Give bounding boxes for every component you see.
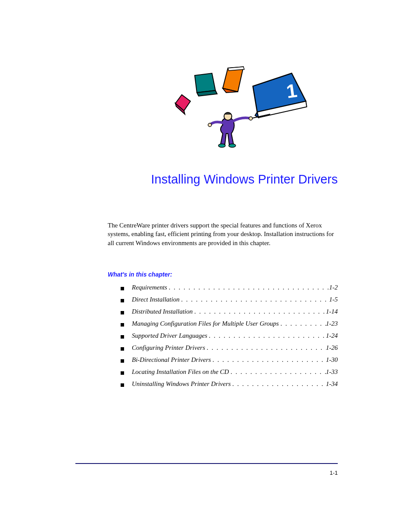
toc-item[interactable]: Direct Installation . . . . . . . . . . … xyxy=(121,296,338,303)
bullet-icon xyxy=(121,359,124,363)
bullet-icon xyxy=(121,371,124,375)
toc-page: 1-2 xyxy=(329,284,338,291)
svg-point-5 xyxy=(249,117,252,120)
toc-page: 1-23 xyxy=(326,320,338,327)
toc-item[interactable]: Supported Driver Languages . . . . . . .… xyxy=(121,332,338,339)
toc-page: 1-14 xyxy=(326,308,338,315)
chapter-illustration: 1 xyxy=(142,65,338,151)
toc-item[interactable]: Managing Configuration Files for Multipl… xyxy=(121,320,338,327)
bullet-icon xyxy=(121,335,124,339)
toc-leader: . . . . . . . . . . . . . . . . . . . . … xyxy=(231,380,326,388)
toc-page: 1-34 xyxy=(326,380,338,388)
bullet-icon xyxy=(121,323,124,327)
toc-label: Uninstalling Windows Printer Drivers xyxy=(132,380,231,388)
toc-leader: . . . . . . . . . . . . . . . . . . . . … xyxy=(207,332,326,339)
svg-point-3 xyxy=(229,144,236,147)
toc-leader: . . . . . . . . . . . . . . . . . . . . … xyxy=(205,344,326,352)
toc-item[interactable]: Configuring Printer Drivers . . . . . . … xyxy=(121,344,338,352)
svg-point-2 xyxy=(218,144,225,147)
bullet-icon xyxy=(121,383,124,387)
toc-item[interactable]: Locating Installation Files on the CD . … xyxy=(121,368,338,376)
toc-page: 1-30 xyxy=(326,356,338,364)
toc-leader: . . . . . . . . . . . . . . . . . . . . … xyxy=(193,308,326,315)
toc-heading: What's in this chapter: xyxy=(108,271,338,278)
toc-page: 1-5 xyxy=(329,296,338,303)
toc-item[interactable]: Distributed Installation . . . . . . . .… xyxy=(121,308,338,315)
toc-page: 1-33 xyxy=(326,368,338,376)
toc-label: Managing Configuration Files for Multipl… xyxy=(132,320,279,327)
toc-item[interactable]: Bi-Directional Printer Drivers . . . . .… xyxy=(121,356,338,364)
toc-label: Configuring Printer Drivers xyxy=(132,344,205,352)
page-number: 1-1 xyxy=(330,470,338,476)
bullet-icon xyxy=(121,299,124,302)
toc-label: Bi-Directional Printer Drivers xyxy=(132,356,211,364)
bullet-icon xyxy=(121,287,124,290)
bullet-icon xyxy=(121,347,124,351)
toc-label: Direct Installation xyxy=(132,296,180,303)
bullet-icon xyxy=(121,311,124,314)
toc-page: 1-24 xyxy=(326,332,338,339)
intro-paragraph: The CentreWare printer drivers support t… xyxy=(108,221,338,247)
toc-leader: . . . . . . . . . . . . . . . . . . . . … xyxy=(167,284,329,291)
toc-item[interactable]: Uninstalling Windows Printer Drivers . .… xyxy=(121,380,338,388)
toc-label: Supported Driver Languages xyxy=(132,332,207,339)
toc-leader: . . . . . . . . . . . . . . . . . . . . … xyxy=(279,320,326,327)
toc-page: 1-26 xyxy=(326,344,338,352)
toc-leader: . . . . . . . . . . . . . . . . . . . . … xyxy=(229,368,326,376)
toc-leader: . . . . . . . . . . . . . . . . . . . . … xyxy=(180,296,329,303)
toc-leader: . . . . . . . . . . . . . . . . . . . . … xyxy=(211,356,326,364)
footer-rule xyxy=(75,463,338,464)
toc-list: Requirements . . . . . . . . . . . . . .… xyxy=(108,284,338,388)
toc-label: Requirements xyxy=(132,284,167,291)
toc-label: Locating Installation Files on the CD xyxy=(132,368,229,376)
toc-item[interactable]: Requirements . . . . . . . . . . . . . .… xyxy=(121,284,338,291)
toc-label: Distributed Installation xyxy=(132,308,193,315)
chapter-title: Installing Windows Printer Drivers xyxy=(108,172,338,187)
svg-point-4 xyxy=(208,123,212,127)
